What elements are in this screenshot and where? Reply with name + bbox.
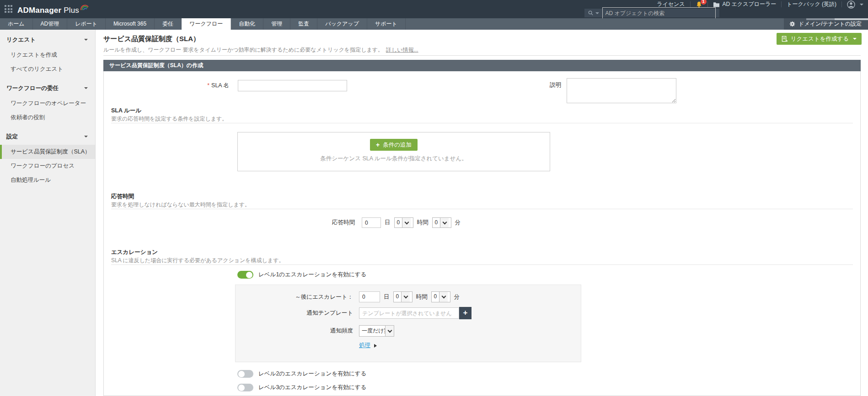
create-request-button[interactable]: リクエストを作成する <box>777 33 862 45</box>
logo-text: ADManager <box>17 6 61 15</box>
escalate-minutes-select[interactable]: 0 <box>431 291 450 302</box>
day-unit-label: 日 <box>384 293 390 301</box>
search-icon <box>588 10 594 16</box>
tab-automation[interactable]: 自動化 <box>231 18 263 30</box>
panel-body: *SLA 名 説明 SLA ルール 要求の応答時間を設定する条件を設定します。 … <box>103 71 861 396</box>
expand-arrow-icon[interactable] <box>374 344 377 348</box>
tab-backup[interactable]: バックアップ <box>317 18 367 30</box>
escalation-section-description: SLA に違反した場合に実行する必要があるアクションを構成します。 <box>111 257 284 264</box>
escalate-after-label: ～後にエスカレート： <box>236 293 353 301</box>
sidebar-item-sla[interactable]: サービス品質保証制度（SLA） <box>0 145 95 159</box>
divider <box>111 123 853 123</box>
chevron-down-icon <box>84 136 88 137</box>
escalate-hours-select[interactable]: 0 <box>393 291 413 302</box>
tab-workflow[interactable]: ワークフロー <box>182 18 231 30</box>
tab-audit[interactable]: 監査 <box>290 18 317 30</box>
divider <box>111 209 853 209</box>
sla-rule-conditions-box: + 条件の追加 条件シーケンス SLA ルール条件が指定されていません。 <box>237 132 550 171</box>
response-time-section-title: 応答時間 <box>111 193 134 201</box>
tab-reports[interactable]: レポート <box>67 18 106 30</box>
add-condition-button[interactable]: + 条件の追加 <box>370 139 418 151</box>
sla-create-panel: サービス品質保証制度（SLA）の作成 *SLA 名 説明 SLA ルール 要求の… <box>103 60 861 396</box>
escalation-section-title: エスカレーション <box>111 248 158 256</box>
sidebar-item-automation-rules[interactable]: 自動処理ルール <box>0 173 95 187</box>
response-time-label: 応答時間 <box>104 219 355 227</box>
horizontal-scrollbar[interactable] <box>806 18 868 20</box>
level3-escalation-label: レベル3のエスカレーションを有効にする <box>258 384 366 391</box>
response-time-row: 応答時間 日 0 時間 0 分 <box>104 217 464 228</box>
plus-icon: + <box>376 141 380 148</box>
sidebar-section-workflow-delegation[interactable]: ワークフローの委任 <box>0 80 95 96</box>
chevron-down-icon <box>84 87 88 89</box>
sidebar-section-requests[interactable]: リクエスト <box>0 32 95 48</box>
level1-escalation-toggle[interactable] <box>237 271 253 279</box>
tab-ad-management[interactable]: AD管理 <box>33 18 68 30</box>
more-info-link[interactable]: 詳しい情報... <box>386 47 418 53</box>
notification-frequency-row: 通知頻度 一度だけ実行 <box>236 325 394 337</box>
ad-explorer-link[interactable]: AD エクスプローラー <box>713 0 777 8</box>
folder-icon <box>713 1 720 7</box>
section-title: 設定 <box>6 133 18 140</box>
ad-explorer-label: AD エクスプローラー <box>723 0 777 8</box>
sidebar-section-settings[interactable]: 設定 <box>0 128 95 145</box>
chevron-down-icon <box>385 326 394 336</box>
response-days-input[interactable] <box>362 217 381 228</box>
section-title: ワークフローの委任 <box>6 85 59 91</box>
logo-swoosh-icon <box>80 5 89 14</box>
level3-escalation-toggle[interactable] <box>237 384 253 391</box>
sidebar-item-requester-roles[interactable]: 依頼者の役割 <box>0 111 95 125</box>
sidebar-item-all-requests[interactable]: すべてのリクエスト <box>0 62 95 76</box>
apps-grid-icon[interactable] <box>5 5 14 14</box>
sla-rule-section-title: SLA ルール <box>111 107 141 115</box>
description-textarea[interactable] <box>567 78 676 103</box>
response-time-section-description: 要求を処理しなければならない最大時間を指定します。 <box>111 201 250 209</box>
chevron-down-icon <box>439 292 448 302</box>
tab-delegation[interactable]: 委任 <box>155 18 182 30</box>
chevron-down-icon <box>401 292 410 302</box>
escalate-days-input[interactable] <box>359 291 380 302</box>
sla-name-input[interactable] <box>238 80 347 91</box>
notification-template-input[interactable] <box>359 307 459 319</box>
tab-support[interactable]: サポート <box>367 18 406 30</box>
level2-escalation-label: レベル2のエスカレーションを有効にする <box>258 370 366 378</box>
required-marker: * <box>207 82 209 89</box>
divider <box>103 55 861 56</box>
response-hours-select[interactable]: 0 <box>394 217 413 228</box>
minute-unit-label: 分 <box>454 293 460 301</box>
divider <box>781 1 782 7</box>
action-link[interactable]: 処理 <box>359 342 370 349</box>
user-icon <box>847 0 855 9</box>
user-account-menu[interactable] <box>847 0 863 9</box>
chevron-down-icon <box>853 38 857 40</box>
chevron-down-icon <box>84 39 88 41</box>
description-label: 説明 <box>497 81 561 103</box>
page-title: サービス品質保証制度（SLA） <box>103 35 200 43</box>
ad-object-search[interactable] <box>584 9 719 17</box>
tab-microsoft-365[interactable]: Microsoft 365 <box>106 18 155 30</box>
sidebar-item-workflow-operators[interactable]: ワークフローのオペレーター <box>0 96 95 111</box>
sidebar-item-workflow-process[interactable]: ワークフローのプロセス <box>0 159 95 173</box>
talkback-link[interactable]: トークバック (英語) <box>787 0 836 8</box>
sidebar-item-create-request[interactable]: リクエストを作成 <box>0 48 95 62</box>
tab-home[interactable]: ホーム <box>0 18 33 30</box>
level2-escalation-row: レベル2のエスカレーションを有効にする <box>237 370 366 378</box>
chevron-down-icon <box>402 218 411 227</box>
sla-rule-section-description: 要求の応答時間を設定する条件を設定します。 <box>111 115 227 123</box>
sidebar: リクエスト リクエストを作成 すべてのリクエスト ワークフローの委任 ワークフロ… <box>0 30 96 396</box>
logo-text-plus: Plus <box>64 6 79 15</box>
level1-escalation-label: レベル1のエスカレーションを有効にする <box>258 271 366 279</box>
minute-unit-label: 分 <box>455 219 461 227</box>
response-minutes-select[interactable]: 0 <box>432 217 451 228</box>
search-scope-chevron-icon[interactable] <box>595 12 599 14</box>
page-subtitle: ルールを作成し、ワークフロー 要求をタイムリーかつ効率的に解決するために必要なメ… <box>103 46 418 54</box>
notification-frequency-select[interactable]: 一度だけ実行 <box>359 325 394 337</box>
tab-admin[interactable]: 管理 <box>263 18 290 30</box>
top-header: ADManager Plus ライセンス 1 AD エクスプローラー トークバッ… <box>0 0 868 18</box>
level2-escalation-toggle[interactable] <box>237 370 253 378</box>
sla-name-row: *SLA 名 <box>104 80 347 91</box>
level1-escalation-box: ～後にエスカレート： 日 0 時間 0 分 通知テンプレート + <box>235 285 581 362</box>
divider <box>111 264 853 265</box>
search-input[interactable] <box>602 7 716 19</box>
hour-unit-label: 時間 <box>416 293 428 301</box>
add-template-button[interactable]: + <box>459 307 472 319</box>
